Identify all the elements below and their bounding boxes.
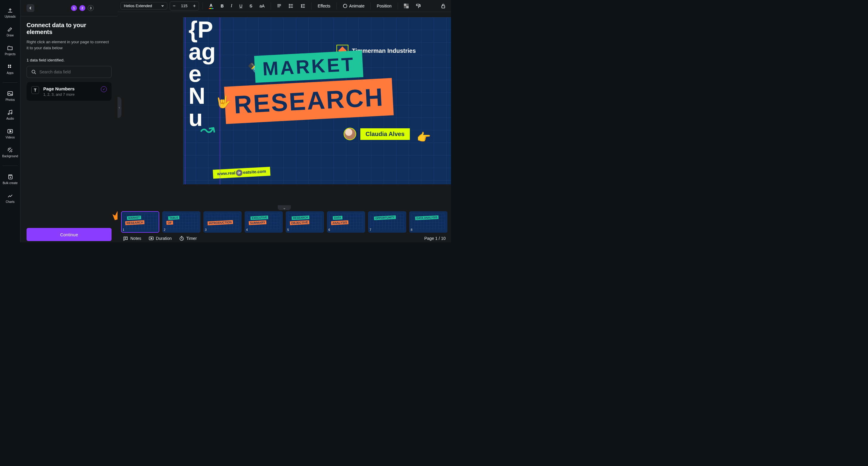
step-2[interactable]: 2 (79, 5, 85, 11)
strike-button[interactable]: S (247, 2, 255, 10)
spacing-icon (301, 4, 305, 8)
page-indicator[interactable]: Page 1 / 10 (424, 236, 446, 241)
search-input[interactable] (39, 69, 107, 74)
copy-style-button[interactable] (413, 2, 423, 10)
rail-background[interactable]: Background (0, 146, 20, 159)
folder-icon (7, 45, 13, 51)
rail-apps[interactable]: Apps (0, 62, 20, 76)
slide-canvas[interactable]: Timmerman Industries ✒️ MARKET RESEARCH … (183, 17, 451, 184)
author-block[interactable]: Claudia Alves (344, 128, 410, 140)
canvas-area[interactable]: ‹ Timmerman Industries ✒️ MARKET RESEARC… (118, 12, 451, 203)
rail-divider-2 (3, 165, 18, 166)
thumbnail-page-5[interactable]: RESEARCHOBJECTIVE5 (286, 211, 324, 233)
notes-icon (123, 236, 128, 241)
side-panel: 1 2 3 Connect data to your elements Righ… (21, 0, 118, 242)
sync-icon: ⟳ (236, 169, 243, 176)
grid-icon (7, 64, 13, 70)
rail-draw-label: Draw (6, 34, 13, 37)
rail-projects[interactable]: Projects (0, 43, 20, 57)
svg-point-2 (11, 113, 12, 114)
svg-point-6 (289, 4, 290, 5)
animate-button[interactable]: Animate (340, 2, 367, 10)
font-name: Helios Extended (124, 4, 152, 8)
rail-draw[interactable]: Draw (0, 25, 20, 38)
duration-icon (149, 236, 154, 241)
svg-rect-13 (416, 4, 420, 6)
text-color-button[interactable]: A (207, 1, 216, 11)
align-button[interactable] (274, 2, 284, 10)
title-market[interactable]: MARKET (254, 51, 363, 83)
step-3[interactable]: 3 (88, 5, 94, 11)
duplicate-icon (7, 174, 13, 180)
thumbnail-page-7[interactable]: OPPORTUNITY7 (368, 211, 406, 233)
selected-text-element[interactable]: {Page Nu (188, 19, 217, 129)
svg-point-1 (8, 113, 9, 115)
data-field-card[interactable]: T Page Numbers 1, 2, 3, and 7 more ✓ (27, 82, 112, 101)
font-size-decrease[interactable]: − (170, 2, 178, 10)
notes-button[interactable]: Notes (123, 236, 142, 241)
svg-rect-14 (442, 6, 445, 8)
rail-videos[interactable]: Videos (0, 127, 20, 140)
panel-heading: Connect data to your elements (27, 22, 112, 35)
rail-background-label: Background (2, 155, 18, 158)
rail-bulk-create[interactable]: Bulk create (0, 173, 20, 186)
paint-roller-icon (416, 4, 421, 8)
panel-collapse-handle[interactable]: ‹ (118, 97, 121, 118)
font-size-increase[interactable]: + (190, 2, 199, 10)
rail-charts-label: Charts (6, 200, 14, 204)
thumbnail-page-2[interactable]: TABLEOF2 (162, 211, 200, 233)
rail-photos-label: Photos (5, 98, 14, 101)
rail-audio[interactable]: Audio (0, 108, 20, 121)
field-desc: 1, 2, 3, and 7 more (43, 92, 97, 97)
image-icon (7, 90, 13, 97)
timer-icon (179, 236, 184, 241)
editor-main: Helios Extended − 115 + A B I U S aA Eff… (118, 0, 451, 242)
italic-button[interactable]: I (228, 2, 235, 10)
thumbs-collapse-toggle[interactable]: ⌄ (278, 205, 291, 210)
rail-uploads[interactable]: Uploads (0, 6, 20, 20)
duration-button[interactable]: Duration (149, 236, 172, 241)
font-size-value[interactable]: 115 (178, 4, 190, 8)
hatch-icon (7, 147, 13, 153)
transparency-button[interactable] (402, 2, 411, 10)
music-icon (7, 109, 13, 116)
case-button[interactable]: aA (257, 2, 267, 10)
effects-button[interactable]: Effects (315, 2, 333, 10)
thumbnail-page-8[interactable]: DATA ANALYSIS8 (409, 211, 447, 233)
upload-icon (7, 7, 13, 14)
spacing-button[interactable] (298, 2, 308, 10)
underline-button[interactable]: U (237, 2, 245, 10)
thumbnail-page-4[interactable]: EXECUTIVESUMMARY4 (245, 211, 283, 233)
position-button[interactable]: Position (374, 2, 394, 10)
search-field-box[interactable] (27, 66, 112, 78)
thumbnail-page-3[interactable]: INTRODUCTION3 (204, 211, 242, 233)
bold-button[interactable]: B (218, 2, 226, 10)
rail-charts[interactable]: Charts (0, 191, 20, 205)
align-icon (277, 4, 282, 8)
thumbnail-page-6[interactable]: DATAANALYSIS6 (327, 211, 365, 233)
video-icon (7, 128, 13, 134)
rail-photos[interactable]: Photos (0, 89, 20, 103)
pencil-icon (7, 26, 13, 33)
bottom-bar: ⌄ MARKETRESEARCH1TABLEOF2INTRODUCTION3EX… (118, 203, 451, 242)
left-rail: Uploads Draw Projects Apps Photos Audio … (0, 0, 21, 242)
panel-subtext: Right click an element in your page to c… (27, 39, 112, 51)
svg-point-5 (32, 70, 35, 73)
svg-point-7 (289, 6, 290, 6)
hand-graphic-2-icon: 👉 (417, 131, 431, 144)
back-button[interactable] (27, 4, 34, 12)
chevron-left-icon (29, 6, 32, 10)
font-size-group: − 115 + (170, 1, 199, 10)
wizard-steps: 1 2 3 (21, 0, 118, 17)
font-select[interactable]: Helios Extended (121, 2, 167, 9)
rail-audio-label: Audio (6, 117, 14, 120)
lock-button[interactable] (438, 2, 448, 10)
thumbnail-page-1[interactable]: MARKETRESEARCH1 (121, 211, 159, 233)
timer-button[interactable]: Timer (179, 236, 197, 241)
lock-icon (441, 4, 446, 8)
list-button[interactable] (286, 2, 296, 10)
svg-point-8 (289, 7, 290, 8)
step-1[interactable]: 1 (71, 5, 77, 11)
continue-button[interactable]: Continue (27, 228, 112, 241)
rail-bulk-label: Bulk create (3, 181, 18, 185)
